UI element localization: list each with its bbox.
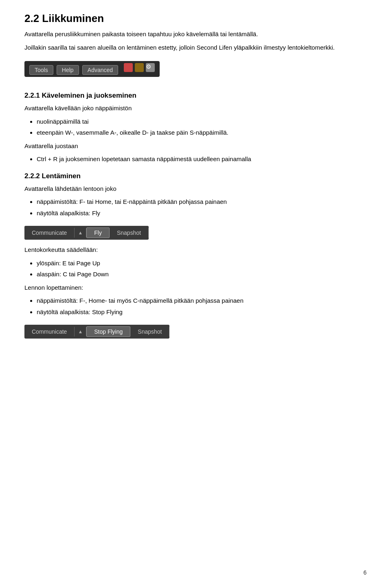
statusbar-fly: Communicate ▲ Fly Snapshot xyxy=(24,226,149,240)
section-221-p2-bullets: Ctrl + R ja juokseminen lopetetaan samas… xyxy=(37,155,367,164)
section-222-p3-heading: Lennon lopettaminen: xyxy=(24,283,367,293)
statusbar-communicate-btn2[interactable]: Communicate xyxy=(24,327,75,337)
toolbar-image: Tools Help Advanced ⚙ xyxy=(24,61,160,77)
list-item: ylöspäin: E tai Page Up xyxy=(37,259,367,268)
list-item: Ctrl + R ja juokseminen lopetetaan samas… xyxy=(37,155,367,164)
list-item: näytöltä alapalkista: Stop Flying xyxy=(37,308,367,317)
section-222-p2-bullets: ylöspäin: E tai Page Up alaspäin: C tai … xyxy=(37,259,367,279)
section-222-heading: 2.2.2 Lentäminen xyxy=(24,172,367,180)
statusbar-arrow-icon2: ▲ xyxy=(75,327,86,336)
list-item: alaspäin: C tai Page Down xyxy=(37,270,367,279)
statusbar-snapshot-btn2[interactable]: Snapshot xyxy=(130,327,169,337)
section-222-p1: Avattarella lähdetään lentoon joko xyxy=(24,184,367,194)
main-heading: 2.2 Liikkuminen xyxy=(24,12,367,25)
toolbar-icons: ⚙ xyxy=(124,63,155,72)
statusbar-stop-flying-btn[interactable]: Stop Flying xyxy=(86,326,130,337)
section-221-heading: 2.2.1 Käveleminen ja juokseminen xyxy=(24,92,367,100)
intro-p1: Avattarella perusliikkuminen paikasta to… xyxy=(24,30,367,39)
list-item: näytöltä alapalkista: Fly xyxy=(37,209,367,218)
statusbar-snapshot-btn[interactable]: Snapshot xyxy=(110,228,149,238)
statusbar-stop-flying: Communicate ▲ Stop Flying Snapshot xyxy=(24,325,169,339)
statusbar-communicate-btn[interactable]: Communicate xyxy=(24,228,75,238)
section-222-p2-heading: Lentokorkeutta säädellään: xyxy=(24,245,367,255)
list-item: näppäimistöltä: F- tai Home, tai E-näppä… xyxy=(37,197,367,207)
statusbar-fly-btn[interactable]: Fly xyxy=(86,227,110,238)
toolbar-advanced-btn[interactable]: Advanced xyxy=(82,65,118,75)
statusbar-arrow-icon: ▲ xyxy=(75,228,86,237)
section-221-p1: Avattarella kävellään joko näppäimistön xyxy=(24,104,367,113)
list-item: näppäimistöltä: F-, Home- tai myös C-näp… xyxy=(37,296,367,306)
toolbar-icon-red xyxy=(124,63,133,72)
section-222-bullets1: näppäimistöltä: F- tai Home, tai E-näppä… xyxy=(37,197,367,218)
toolbar-help-btn[interactable]: Help xyxy=(57,65,79,75)
list-item: nuolinäppäimillä tai xyxy=(37,117,367,127)
toolbar-icon-gear: ⚙ xyxy=(146,63,155,72)
toolbar-tools-btn[interactable]: Tools xyxy=(29,65,53,75)
section-221-bullets: nuolinäppäimillä tai eteenpäin W-, vasem… xyxy=(37,117,367,138)
section-222-p3-bullets: näppäimistöltä: F-, Home- tai myös C-näp… xyxy=(37,296,367,317)
toolbar-icon-brown xyxy=(135,63,144,72)
list-item: eteenpäin W-, vasemmalle A-, oikealle D-… xyxy=(37,128,367,138)
section-221-p2-heading: Avattarella juostaan xyxy=(24,142,367,151)
page-number: 6 xyxy=(363,569,367,576)
intro-p2: Joillakin saarilla tai saaren alueilla o… xyxy=(24,43,367,52)
